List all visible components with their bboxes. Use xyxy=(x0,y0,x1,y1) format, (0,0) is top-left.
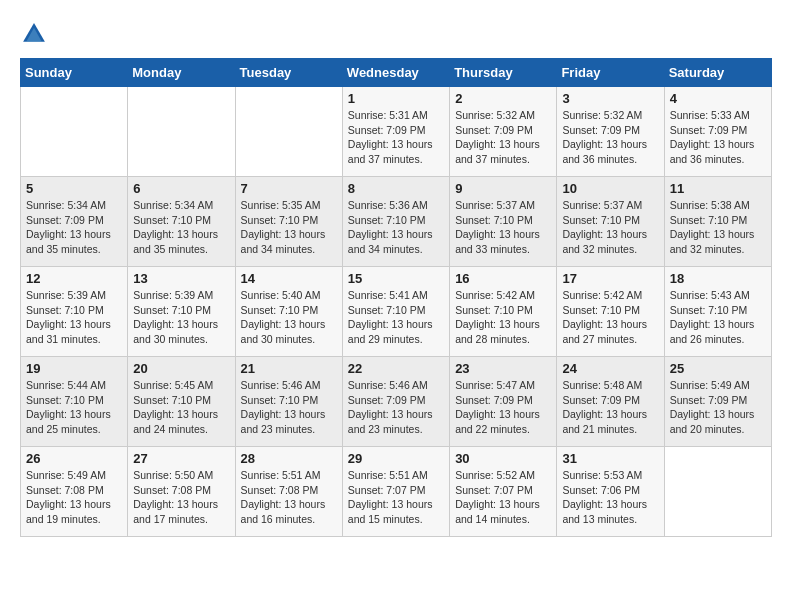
day-number: 24 xyxy=(562,361,658,376)
calendar-cell: 7Sunrise: 5:35 AMSunset: 7:10 PMDaylight… xyxy=(235,177,342,267)
calendar-cell: 15Sunrise: 5:41 AMSunset: 7:10 PMDayligh… xyxy=(342,267,449,357)
calendar-cell: 26Sunrise: 5:49 AMSunset: 7:08 PMDayligh… xyxy=(21,447,128,537)
day-number: 26 xyxy=(26,451,122,466)
header-sunday: Sunday xyxy=(21,59,128,87)
day-info: Sunrise: 5:34 AMSunset: 7:10 PMDaylight:… xyxy=(133,198,229,257)
day-info: Sunrise: 5:32 AMSunset: 7:09 PMDaylight:… xyxy=(455,108,551,167)
calendar-cell xyxy=(235,87,342,177)
calendar-cell: 5Sunrise: 5:34 AMSunset: 7:09 PMDaylight… xyxy=(21,177,128,267)
day-number: 12 xyxy=(26,271,122,286)
logo xyxy=(20,20,52,48)
calendar-cell: 10Sunrise: 5:37 AMSunset: 7:10 PMDayligh… xyxy=(557,177,664,267)
calendar-cell: 12Sunrise: 5:39 AMSunset: 7:10 PMDayligh… xyxy=(21,267,128,357)
day-number: 8 xyxy=(348,181,444,196)
calendar-cell xyxy=(21,87,128,177)
day-info: Sunrise: 5:33 AMSunset: 7:09 PMDaylight:… xyxy=(670,108,766,167)
day-number: 11 xyxy=(670,181,766,196)
day-number: 23 xyxy=(455,361,551,376)
day-info: Sunrise: 5:36 AMSunset: 7:10 PMDaylight:… xyxy=(348,198,444,257)
day-number: 25 xyxy=(670,361,766,376)
calendar-cell: 4Sunrise: 5:33 AMSunset: 7:09 PMDaylight… xyxy=(664,87,771,177)
day-number: 22 xyxy=(348,361,444,376)
day-info: Sunrise: 5:34 AMSunset: 7:09 PMDaylight:… xyxy=(26,198,122,257)
day-info: Sunrise: 5:48 AMSunset: 7:09 PMDaylight:… xyxy=(562,378,658,437)
calendar-cell: 22Sunrise: 5:46 AMSunset: 7:09 PMDayligh… xyxy=(342,357,449,447)
header-friday: Friday xyxy=(557,59,664,87)
calendar-cell: 11Sunrise: 5:38 AMSunset: 7:10 PMDayligh… xyxy=(664,177,771,267)
day-info: Sunrise: 5:31 AMSunset: 7:09 PMDaylight:… xyxy=(348,108,444,167)
calendar-cell: 25Sunrise: 5:49 AMSunset: 7:09 PMDayligh… xyxy=(664,357,771,447)
day-number: 30 xyxy=(455,451,551,466)
calendar-cell xyxy=(664,447,771,537)
page-header xyxy=(20,20,772,48)
day-info: Sunrise: 5:37 AMSunset: 7:10 PMDaylight:… xyxy=(455,198,551,257)
day-info: Sunrise: 5:50 AMSunset: 7:08 PMDaylight:… xyxy=(133,468,229,527)
day-number: 20 xyxy=(133,361,229,376)
day-number: 16 xyxy=(455,271,551,286)
day-number: 9 xyxy=(455,181,551,196)
day-number: 18 xyxy=(670,271,766,286)
day-number: 3 xyxy=(562,91,658,106)
day-number: 21 xyxy=(241,361,337,376)
calendar-week-row: 12Sunrise: 5:39 AMSunset: 7:10 PMDayligh… xyxy=(21,267,772,357)
day-info: Sunrise: 5:52 AMSunset: 7:07 PMDaylight:… xyxy=(455,468,551,527)
calendar-week-row: 1Sunrise: 5:31 AMSunset: 7:09 PMDaylight… xyxy=(21,87,772,177)
calendar-cell: 14Sunrise: 5:40 AMSunset: 7:10 PMDayligh… xyxy=(235,267,342,357)
day-number: 31 xyxy=(562,451,658,466)
calendar-cell: 13Sunrise: 5:39 AMSunset: 7:10 PMDayligh… xyxy=(128,267,235,357)
calendar-cell: 20Sunrise: 5:45 AMSunset: 7:10 PMDayligh… xyxy=(128,357,235,447)
day-number: 5 xyxy=(26,181,122,196)
calendar-cell xyxy=(128,87,235,177)
day-info: Sunrise: 5:47 AMSunset: 7:09 PMDaylight:… xyxy=(455,378,551,437)
calendar-week-row: 5Sunrise: 5:34 AMSunset: 7:09 PMDaylight… xyxy=(21,177,772,267)
day-info: Sunrise: 5:43 AMSunset: 7:10 PMDaylight:… xyxy=(670,288,766,347)
day-info: Sunrise: 5:37 AMSunset: 7:10 PMDaylight:… xyxy=(562,198,658,257)
day-number: 1 xyxy=(348,91,444,106)
calendar-cell: 6Sunrise: 5:34 AMSunset: 7:10 PMDaylight… xyxy=(128,177,235,267)
day-info: Sunrise: 5:46 AMSunset: 7:10 PMDaylight:… xyxy=(241,378,337,437)
calendar-cell: 8Sunrise: 5:36 AMSunset: 7:10 PMDaylight… xyxy=(342,177,449,267)
day-info: Sunrise: 5:45 AMSunset: 7:10 PMDaylight:… xyxy=(133,378,229,437)
day-info: Sunrise: 5:42 AMSunset: 7:10 PMDaylight:… xyxy=(562,288,658,347)
calendar-cell: 29Sunrise: 5:51 AMSunset: 7:07 PMDayligh… xyxy=(342,447,449,537)
calendar-cell: 31Sunrise: 5:53 AMSunset: 7:06 PMDayligh… xyxy=(557,447,664,537)
day-info: Sunrise: 5:40 AMSunset: 7:10 PMDaylight:… xyxy=(241,288,337,347)
calendar-cell: 30Sunrise: 5:52 AMSunset: 7:07 PMDayligh… xyxy=(450,447,557,537)
calendar-cell: 27Sunrise: 5:50 AMSunset: 7:08 PMDayligh… xyxy=(128,447,235,537)
day-info: Sunrise: 5:46 AMSunset: 7:09 PMDaylight:… xyxy=(348,378,444,437)
day-number: 19 xyxy=(26,361,122,376)
calendar-cell: 23Sunrise: 5:47 AMSunset: 7:09 PMDayligh… xyxy=(450,357,557,447)
day-number: 10 xyxy=(562,181,658,196)
day-number: 15 xyxy=(348,271,444,286)
day-number: 6 xyxy=(133,181,229,196)
calendar-cell: 1Sunrise: 5:31 AMSunset: 7:09 PMDaylight… xyxy=(342,87,449,177)
calendar-cell: 24Sunrise: 5:48 AMSunset: 7:09 PMDayligh… xyxy=(557,357,664,447)
day-info: Sunrise: 5:42 AMSunset: 7:10 PMDaylight:… xyxy=(455,288,551,347)
calendar-table: SundayMondayTuesdayWednesdayThursdayFrid… xyxy=(20,58,772,537)
day-info: Sunrise: 5:41 AMSunset: 7:10 PMDaylight:… xyxy=(348,288,444,347)
day-number: 29 xyxy=(348,451,444,466)
day-number: 14 xyxy=(241,271,337,286)
calendar-cell: 2Sunrise: 5:32 AMSunset: 7:09 PMDaylight… xyxy=(450,87,557,177)
day-info: Sunrise: 5:53 AMSunset: 7:06 PMDaylight:… xyxy=(562,468,658,527)
day-number: 27 xyxy=(133,451,229,466)
day-number: 28 xyxy=(241,451,337,466)
calendar-cell: 16Sunrise: 5:42 AMSunset: 7:10 PMDayligh… xyxy=(450,267,557,357)
calendar-week-row: 19Sunrise: 5:44 AMSunset: 7:10 PMDayligh… xyxy=(21,357,772,447)
day-number: 4 xyxy=(670,91,766,106)
day-number: 13 xyxy=(133,271,229,286)
day-number: 2 xyxy=(455,91,551,106)
day-number: 7 xyxy=(241,181,337,196)
day-info: Sunrise: 5:49 AMSunset: 7:08 PMDaylight:… xyxy=(26,468,122,527)
day-number: 17 xyxy=(562,271,658,286)
calendar-cell: 18Sunrise: 5:43 AMSunset: 7:10 PMDayligh… xyxy=(664,267,771,357)
day-info: Sunrise: 5:32 AMSunset: 7:09 PMDaylight:… xyxy=(562,108,658,167)
day-info: Sunrise: 5:39 AMSunset: 7:10 PMDaylight:… xyxy=(133,288,229,347)
logo-icon xyxy=(20,20,48,48)
day-info: Sunrise: 5:38 AMSunset: 7:10 PMDaylight:… xyxy=(670,198,766,257)
day-info: Sunrise: 5:49 AMSunset: 7:09 PMDaylight:… xyxy=(670,378,766,437)
day-info: Sunrise: 5:44 AMSunset: 7:10 PMDaylight:… xyxy=(26,378,122,437)
calendar-week-row: 26Sunrise: 5:49 AMSunset: 7:08 PMDayligh… xyxy=(21,447,772,537)
calendar-header-row: SundayMondayTuesdayWednesdayThursdayFrid… xyxy=(21,59,772,87)
calendar-cell: 21Sunrise: 5:46 AMSunset: 7:10 PMDayligh… xyxy=(235,357,342,447)
